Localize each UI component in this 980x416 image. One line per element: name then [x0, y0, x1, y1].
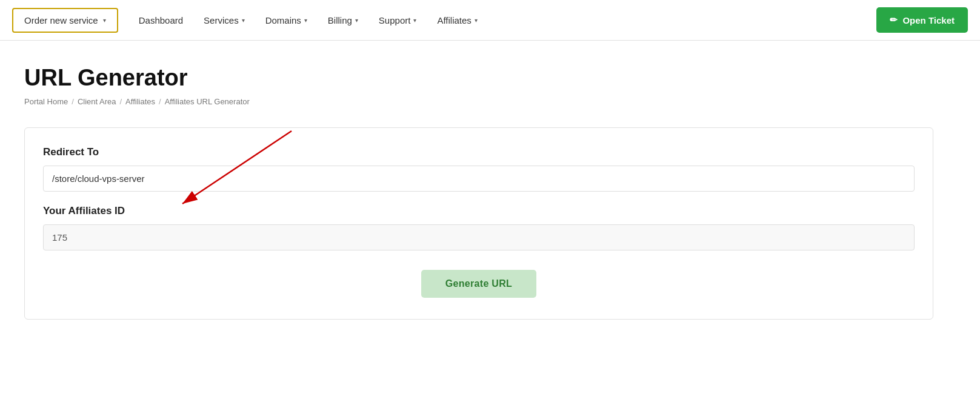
affiliates-dropdown-icon: ▾ [475, 17, 478, 24]
domains-dropdown-icon: ▾ [304, 17, 307, 24]
navbar-links: Dashboard Services ▾ Domains ▾ Billing ▾… [130, 10, 877, 30]
breadcrumb-portal-home[interactable]: Portal Home [24, 97, 68, 106]
navbar: Order new service ▾ Dashboard Services ▾… [0, 0, 980, 41]
nav-affiliates[interactable]: Affiliates ▾ [428, 10, 485, 30]
url-generator-card: Redirect To Your Affiliates ID Generate … [24, 127, 933, 320]
breadcrumb-affiliates[interactable]: Affiliates [125, 97, 155, 106]
nav-domains[interactable]: Domains ▾ [257, 10, 316, 30]
order-btn-label: Order new service [24, 15, 98, 25]
order-new-service-button[interactable]: Order new service ▾ [12, 8, 118, 33]
nav-billing[interactable]: Billing ▾ [319, 10, 367, 30]
breadcrumb-sep-1: / [72, 97, 74, 106]
breadcrumb-sep-2: / [119, 97, 122, 106]
open-ticket-icon: ✏ [890, 15, 898, 25]
open-ticket-button[interactable]: ✏ Open Ticket [876, 7, 968, 33]
generate-url-button[interactable]: Generate URL [421, 270, 536, 298]
nav-support[interactable]: Support ▾ [370, 10, 425, 30]
breadcrumb-client-area[interactable]: Client Area [78, 97, 116, 106]
nav-services[interactable]: Services ▾ [195, 10, 253, 30]
breadcrumb-current: Affiliates URL Generator [165, 97, 250, 106]
affiliates-id-label: Your Affiliates ID [43, 205, 915, 217]
billing-dropdown-icon: ▾ [355, 17, 358, 24]
support-dropdown-icon: ▾ [413, 17, 416, 24]
breadcrumb: Portal Home / Client Area / Affiliates /… [24, 97, 933, 106]
affiliates-id-input[interactable] [43, 224, 915, 250]
main-content: URL Generator Portal Home / Client Area … [0, 41, 958, 344]
nav-dashboard[interactable]: Dashboard [130, 10, 192, 30]
services-dropdown-icon: ▾ [242, 17, 245, 24]
breadcrumb-sep-3: / [159, 97, 161, 106]
page-title: URL Generator [24, 65, 933, 91]
redirect-to-input[interactable] [43, 166, 915, 192]
order-btn-arrow: ▾ [103, 17, 106, 24]
redirect-to-label: Redirect To [43, 146, 915, 158]
